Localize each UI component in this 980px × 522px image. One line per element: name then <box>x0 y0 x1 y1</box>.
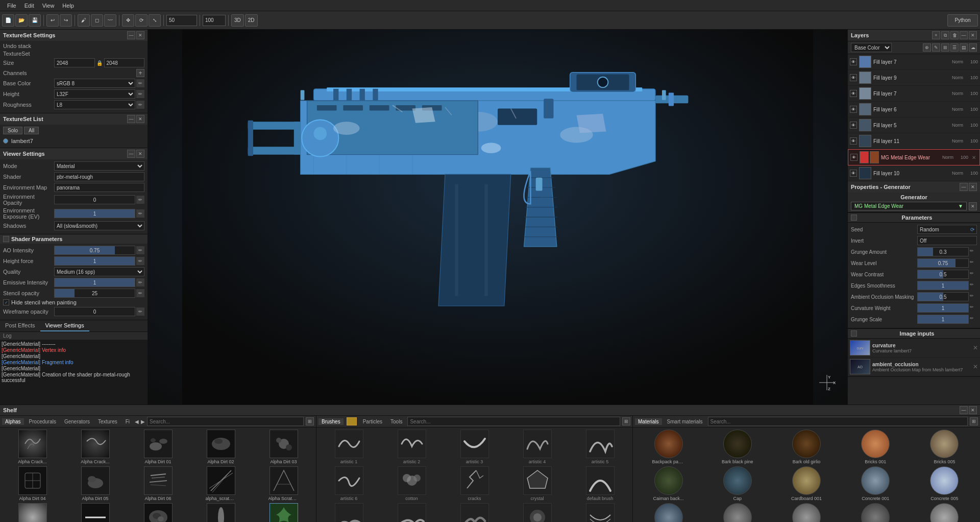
shelf-nav-left[interactable]: ◀ <box>135 419 139 424</box>
base-color-edit[interactable]: ✏ <box>136 79 144 87</box>
all-button[interactable]: All <box>24 127 39 134</box>
properties-header[interactable]: Properties - Generator — ✕ <box>848 181 980 193</box>
layer-vis-4[interactable]: 👁 <box>850 122 857 129</box>
ts-close-btn[interactable]: ✕ <box>136 31 144 39</box>
shelf-item-alpha-dirt-06[interactable]: Alpha Dirt 06 <box>128 466 188 501</box>
opacity-input[interactable] <box>203 15 226 26</box>
param-grunge-scale-edit[interactable]: ✏ <box>970 316 977 323</box>
param-ao-masking-slider[interactable]: 0.5 <box>917 292 969 301</box>
layer-icon-2[interactable]: ✎ <box>932 43 940 52</box>
env-exposure-edit[interactable]: ✏ <box>136 209 144 218</box>
layer-row-2[interactable]: 👁 Fill layer 7 Norm 100 <box>848 86 980 102</box>
brush-dirt[interactable]: dirt <box>318 503 379 522</box>
mat-caiman[interactable]: Caiman back... <box>635 466 702 501</box>
menu-file[interactable]: File <box>3 2 20 10</box>
scale-button[interactable]: ⤡ <box>149 14 161 27</box>
param-curvature-edit[interactable]: ✏ <box>970 304 977 312</box>
layer-channel-select[interactable]: Base Color <box>851 43 892 52</box>
mat-cap[interactable]: Cap <box>704 466 771 501</box>
brush-dirt-3[interactable]: dirt 3 <box>444 503 505 522</box>
shelf-brush-color[interactable] <box>347 417 357 425</box>
shader-params-header[interactable]: Shader Parameters <box>0 234 148 244</box>
param-ao-masking-edit[interactable]: ✏ <box>970 293 977 300</box>
brush-size-input[interactable] <box>166 15 197 26</box>
hide-stencil-checkbox[interactable]: ✓ <box>3 299 9 305</box>
emissive-edit[interactable]: ✏ <box>136 278 144 287</box>
layer-icon-1[interactable]: ⊕ <box>923 43 931 52</box>
img-del-curvature[interactable]: ✕ <box>973 344 978 351</box>
env-exposure-slider[interactable]: 1 <box>54 209 135 218</box>
shelf-brushes-grid-btn[interactable]: ⊞ <box>622 417 630 425</box>
shelf-tab-alphas[interactable]: Alphas <box>2 418 24 425</box>
new-button[interactable]: 📄 <box>2 14 14 27</box>
mat-concrete-011[interactable]: Concrete 011 <box>773 503 840 522</box>
brush-artistic-5[interactable]: artistic 5 <box>570 430 630 464</box>
undo-button[interactable]: ↩ <box>46 14 59 27</box>
height-format-select[interactable]: L32F <box>54 89 135 99</box>
shelf-tab-smart-materials[interactable]: Smart materials <box>664 418 706 425</box>
layers-minimize-btn[interactable]: — <box>960 31 968 39</box>
layer-vis-2[interactable]: 👁 <box>850 90 857 97</box>
brush-artistic-4[interactable]: artistic 4 <box>507 430 568 464</box>
viewer-settings-tab[interactable]: Viewer Settings <box>40 320 89 331</box>
layer-del-6[interactable]: ✕ <box>970 154 977 161</box>
menu-view[interactable]: View <box>38 2 59 10</box>
img-del-ao[interactable]: ✕ <box>973 363 978 370</box>
layers-duplicate-btn[interactable]: ⧉ <box>941 31 949 39</box>
ao-intensity-slider[interactable]: 0.75 <box>54 246 135 255</box>
shelf-item-alpha-dirt-01[interactable]: Alpha Dirt 01 <box>128 430 188 464</box>
layer-vis-3[interactable]: 👁 <box>850 106 857 113</box>
mat-concrete-010[interactable]: Concrete 010 <box>704 503 771 522</box>
layer-icon-5[interactable]: ▤ <box>960 43 968 52</box>
brush-dirt-2[interactable]: dirt 2 <box>381 503 442 522</box>
solo-button[interactable]: Solo <box>3 127 22 134</box>
param-grunge-slider[interactable]: 0.3 <box>917 247 969 256</box>
paint-button[interactable]: 🖌 <box>78 14 90 27</box>
save-button[interactable]: 💾 <box>29 14 41 27</box>
prop-minimize-btn[interactable]: — <box>960 183 968 191</box>
brush-fibers[interactable]: fibers <box>570 503 630 522</box>
shelf-tab-procedurals[interactable]: Procedurals <box>26 418 59 425</box>
layer-vis-7[interactable]: 👁 <box>850 170 857 177</box>
brush-cracks[interactable]: cracks <box>444 466 505 501</box>
mat-bricks-005[interactable]: Bricks 005 <box>911 430 978 464</box>
layer-icon-4[interactable]: ☰ <box>950 43 959 52</box>
layer-row-4[interactable]: 👁 Fill layer 5 Norm 100 <box>848 117 980 133</box>
ao-intensity-edit[interactable]: ✏ <box>136 246 144 254</box>
mat-concrete-044[interactable]: Concrete 044 <box>842 503 909 522</box>
layers-delete-btn[interactable]: 🗑 <box>950 31 959 39</box>
layer-vis-6[interactable]: 👁 <box>850 154 857 161</box>
stencil-opacity-slider[interactable]: 25 <box>54 289 135 298</box>
brush-artistic-3[interactable]: artistic 3 <box>444 430 505 464</box>
viewer-settings-header[interactable]: Viewer Settings — ✕ <box>0 148 148 159</box>
mat-concrete-006[interactable]: Concrete 006 <box>635 503 702 522</box>
shelf-tab-textures[interactable]: Textures <box>95 418 120 425</box>
mat-concrete-070[interactable]: Concrete 070 <box>911 503 978 522</box>
tsl-close-btn[interactable]: ✕ <box>136 115 144 123</box>
open-button[interactable]: 📂 <box>15 14 28 27</box>
size-input-2[interactable] <box>104 58 145 67</box>
mat-concrete-005[interactable]: Concrete 005 <box>911 466 978 501</box>
generator-name-value[interactable]: MG Metal Edge Wear ▼ <box>851 202 967 210</box>
shelf-item-alpha-dirt-03[interactable]: Alpha Dirt 03 <box>253 430 314 464</box>
param-wear-level-slider[interactable]: 0.75 <box>917 258 969 268</box>
3d-view-button[interactable]: 3D <box>231 14 244 27</box>
mode-select[interactable]: Material <box>54 161 144 171</box>
shelf-item-alpha-dirt-04[interactable]: Alpha Dirt 04 <box>2 466 63 501</box>
shelf-search-alphas[interactable] <box>147 417 304 426</box>
shelf-item-splash[interactable]: Splash <box>253 503 314 522</box>
shelf-tab-generators[interactable]: Generators <box>61 418 93 425</box>
python-button[interactable]: Python <box>947 14 978 27</box>
shelf-tab-materials[interactable]: Materials <box>635 418 662 425</box>
shelf-materials-grid-btn[interactable]: ⊞ <box>970 417 978 425</box>
redo-button[interactable]: ↪ <box>60 14 72 27</box>
layer-row-0[interactable]: 👁 Fill layer 7 Norm 100 <box>848 54 980 70</box>
layer-vis-5[interactable]: 👁 <box>850 137 857 145</box>
height-force-edit[interactable]: ✏ <box>136 257 144 265</box>
shelf-tab-tools[interactable]: Tools <box>387 418 405 425</box>
layer-icon-3[interactable]: ⊞ <box>941 43 949 52</box>
2d-view-button[interactable]: 2D <box>245 14 258 27</box>
param-wear-level-edit[interactable]: ✏ <box>970 259 977 267</box>
mat-backpack[interactable]: Backpack pad... <box>635 430 702 464</box>
param-seed-value[interactable]: Random ⟳ <box>917 225 977 234</box>
